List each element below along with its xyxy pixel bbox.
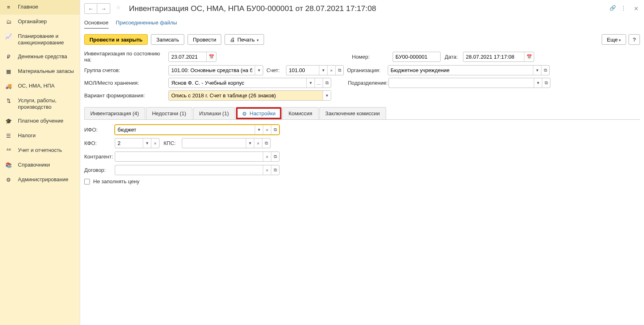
open-icon[interactable]: ⧉ xyxy=(262,138,270,148)
kps-field[interactable] xyxy=(182,140,246,146)
sidebar-item-services[interactable]: ⇅Услуги, работы, производство xyxy=(0,94,80,114)
dept-field[interactable] xyxy=(389,80,534,86)
clear-icon[interactable]: × xyxy=(254,138,262,148)
account-label: Счет: xyxy=(266,67,286,73)
section-tab-attachments[interactable]: Присоединенные файлы xyxy=(116,20,177,29)
sidebar-item-main[interactable]: ≡Главное xyxy=(0,0,80,15)
ifo-input[interactable]: ▾ × ⧉ xyxy=(115,125,279,135)
group-input[interactable]: ▾ xyxy=(168,65,263,75)
open-icon[interactable]: ⧉ xyxy=(542,78,550,88)
sidebar-label: Справочники xyxy=(18,162,50,168)
calendar-icon[interactable]: 📅 xyxy=(206,52,216,61)
more-vertical-icon[interactable]: ⋮ xyxy=(621,5,628,12)
sidebar-label: Материальные запасы xyxy=(18,68,74,75)
variant-field[interactable] xyxy=(169,92,323,99)
variant-input[interactable]: ▾ xyxy=(168,90,331,101)
account-input[interactable]: ▾ × ⧉ xyxy=(286,65,344,75)
back-button[interactable]: ← xyxy=(84,3,97,14)
asof-field[interactable] xyxy=(169,54,206,60)
taxes-icon: ☰ xyxy=(5,132,12,140)
org-input[interactable]: ▾ ⧉ xyxy=(388,65,550,75)
help-button[interactable]: ? xyxy=(629,34,640,45)
ifo-field[interactable] xyxy=(115,127,255,133)
dropdown-icon[interactable]: ▾ xyxy=(306,78,314,88)
dropdown-icon[interactable]: ▾ xyxy=(246,138,254,148)
mol-field[interactable] xyxy=(169,80,306,86)
tab-surplus[interactable]: Излишки (1) xyxy=(193,107,235,119)
dropdown-icon[interactable]: ▾ xyxy=(319,66,327,75)
counterparty-field[interactable] xyxy=(115,154,263,160)
more-button[interactable]: Еще xyxy=(602,34,626,45)
sidebar-item-education[interactable]: 🎓Платное обучение xyxy=(0,114,80,129)
forward-button[interactable]: → xyxy=(97,3,110,14)
kfo-input[interactable]: ▾ × xyxy=(115,138,159,148)
number-field[interactable] xyxy=(393,54,440,60)
favorite-icon[interactable]: ☆ xyxy=(116,4,124,13)
tab-commission[interactable]: Комиссия xyxy=(282,107,318,119)
counterparty-input[interactable]: × ⧉ xyxy=(115,152,279,162)
sidebar-item-money[interactable]: ₽Денежные средства xyxy=(0,50,80,64)
sidebar-item-reference[interactable]: 📚Справочники xyxy=(0,158,80,173)
sidebar-item-planning[interactable]: 📈Планирование и санкционирование xyxy=(0,29,80,50)
sidebar-item-assets[interactable]: 🚚ОС, НМА, НПА xyxy=(0,79,80,94)
date-field[interactable] xyxy=(463,54,524,60)
kps-input[interactable]: ▾ × ⧉ xyxy=(182,138,271,148)
sidebar-item-accounting[interactable]: ᴬᴷУчет и отчетность xyxy=(0,143,80,158)
page-title: Инвентаризация ОС, НМА, НПА БУ00-000001 … xyxy=(129,4,376,13)
clear-icon[interactable]: × xyxy=(151,138,159,148)
open-icon[interactable]: ⧉ xyxy=(271,152,279,161)
section-tab-main[interactable]: Основное xyxy=(84,20,109,29)
save-button[interactable]: Записать xyxy=(151,34,184,45)
ellipsis-icon[interactable]: ... xyxy=(314,78,323,88)
sidebar-item-admin[interactable]: ⚙Администрирование xyxy=(0,173,80,187)
group-field[interactable] xyxy=(169,67,255,73)
kfo-field[interactable] xyxy=(115,140,143,146)
clear-icon[interactable]: × xyxy=(263,165,271,175)
dropdown-icon[interactable]: ▾ xyxy=(143,138,151,148)
sidebar-item-stock[interactable]: ▦Материальные запасы xyxy=(0,64,80,79)
sidebar-item-organizer[interactable]: 🗂Органайзер xyxy=(0,15,80,29)
planning-icon: 📈 xyxy=(5,33,12,40)
open-icon[interactable]: ⧉ xyxy=(541,66,549,75)
tab-settings[interactable]: ⚙Настройки xyxy=(236,107,282,119)
calendar-icon[interactable]: 📅 xyxy=(524,52,534,61)
kfo-label: КФО: xyxy=(84,140,115,146)
clear-icon[interactable]: × xyxy=(263,152,271,161)
number-input[interactable] xyxy=(393,52,441,62)
close-button[interactable]: × xyxy=(632,4,640,13)
post-button[interactable]: Провести xyxy=(188,34,222,45)
asof-input[interactable]: 📅 xyxy=(168,52,216,62)
contract-input[interactable]: × ⧉ xyxy=(115,165,279,175)
dropdown-icon[interactable]: ▾ xyxy=(255,66,263,75)
caret-down-icon xyxy=(257,37,259,43)
org-field[interactable] xyxy=(388,67,533,73)
tab-shortages[interactable]: Недостачи (1) xyxy=(146,107,192,119)
dept-input[interactable]: ▾ ⧉ xyxy=(389,78,550,88)
account-field[interactable] xyxy=(286,67,319,73)
open-icon[interactable]: ⧉ xyxy=(335,66,343,75)
mol-input[interactable]: ▾ ... ⧉ xyxy=(168,78,331,88)
date-input[interactable]: 📅 xyxy=(463,52,534,62)
open-icon[interactable]: ⧉ xyxy=(271,165,279,175)
dropdown-icon[interactable]: ▾ xyxy=(533,66,541,75)
tab-conclusion[interactable]: Заключение комиссии xyxy=(319,107,386,119)
post-close-button[interactable]: Провести и закрыть xyxy=(84,34,148,45)
print-button[interactable]: 🖨Печать xyxy=(225,34,264,45)
clear-icon[interactable]: × xyxy=(327,66,335,75)
sidebar-item-taxes[interactable]: ☰Налоги xyxy=(0,129,80,143)
clear-icon[interactable]: × xyxy=(263,125,271,134)
title-actions: 🔗 ⋮ × xyxy=(609,4,640,13)
no-price-row[interactable]: Не заполнять цену xyxy=(84,178,640,184)
no-price-checkbox[interactable] xyxy=(84,179,90,184)
contract-field[interactable] xyxy=(115,167,263,173)
open-icon[interactable]: ⧉ xyxy=(323,78,331,88)
sidebar-label: Главное xyxy=(18,4,38,10)
sidebar-label: Учет и отчетность xyxy=(18,147,62,154)
link-icon[interactable]: 🔗 xyxy=(609,5,617,12)
dropdown-icon[interactable]: ▾ xyxy=(255,125,263,134)
stock-icon: ▦ xyxy=(5,68,12,75)
tab-inventory[interactable]: Инвентаризация (4) xyxy=(84,107,145,119)
open-icon[interactable]: ⧉ xyxy=(271,125,279,134)
dropdown-icon[interactable]: ▾ xyxy=(534,78,542,88)
dropdown-icon[interactable]: ▾ xyxy=(323,91,331,100)
